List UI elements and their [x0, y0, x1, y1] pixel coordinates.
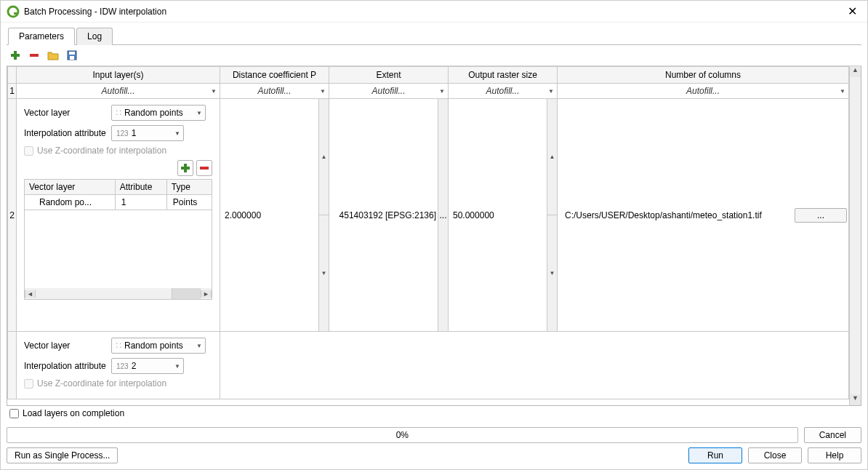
add-row-button[interactable] — [8, 48, 23, 63]
inner-col-attr[interactable]: Attribute — [115, 180, 166, 195]
vector-layer-combo-2[interactable]: ⸬ Random points ▼ — [111, 338, 206, 354]
run-button[interactable]: Run — [688, 447, 742, 463]
cancel-button[interactable]: Cancel — [804, 427, 861, 443]
autofill-input-layer[interactable]: Autofill...▼ — [17, 84, 220, 98]
inner-col-type[interactable]: Type — [166, 180, 212, 195]
input-layer-cell-1: Vector layer ⸬ Random points ▼ Interpola… — [17, 99, 220, 332]
chevron-down-icon: ▼ — [211, 88, 217, 95]
numeric-icon: 123 — [116, 362, 129, 370]
vector-layer-label: Vector layer — [24, 340, 111, 351]
layers-table: Vector layer Attribute Type Random po...… — [24, 179, 212, 288]
svg-rect-4 — [30, 54, 39, 57]
distance-cell[interactable]: 2.000000 ▲▼ — [220, 99, 329, 332]
extent-cell[interactable]: 451403192 [EPSG:2136] — [329, 99, 438, 332]
spin-down-icon[interactable]: ▼ — [319, 215, 329, 331]
svg-rect-7 — [70, 56, 74, 60]
remove-row-button[interactable] — [27, 48, 41, 63]
interp-attr-label: Interpolation attribute — [24, 361, 111, 371]
scroll-right-icon[interactable]: ► — [201, 290, 212, 298]
autofill-extent[interactable]: Autofill...▼ — [329, 84, 448, 98]
help-button[interactable]: Help — [808, 447, 861, 463]
distance-spinner[interactable]: ▲▼ — [318, 99, 329, 331]
chevron-down-icon: ▼ — [320, 88, 326, 95]
col-header-num-columns[interactable]: Number of columns — [558, 67, 849, 84]
col-header-input-layer[interactable]: Input layer(s) — [17, 67, 220, 84]
autofill-distance[interactable]: Autofill...▼ — [220, 84, 329, 98]
vector-layer-combo[interactable]: ⸬ Random points ▼ — [111, 105, 206, 121]
open-button[interactable] — [46, 48, 60, 63]
svg-rect-3 — [11, 54, 20, 57]
save-button[interactable] — [65, 48, 79, 63]
autofill-raster-size[interactable]: Autofill...▼ — [449, 84, 557, 98]
inner-hscrollbar[interactable]: ◄ ► — [24, 288, 212, 300]
tab-log[interactable]: Log — [76, 28, 113, 45]
svg-rect-9 — [181, 167, 190, 170]
scroll-up-icon[interactable]: ▲ — [850, 66, 861, 77]
chevron-down-icon: ▼ — [174, 363, 180, 370]
use-z-checkbox — [24, 146, 33, 156]
chevron-down-icon: ▼ — [196, 110, 202, 116]
vector-layer-label: Vector layer — [24, 108, 111, 118]
output-browse-button[interactable]: ... — [795, 208, 847, 223]
tab-parameters[interactable]: Parameters — [8, 28, 75, 45]
use-z-label: Use Z-coordinate for interpolation — [37, 378, 166, 389]
svg-rect-6 — [69, 52, 75, 55]
spin-up-icon[interactable]: ▲ — [319, 99, 329, 215]
load-layers-label: Load layers on completion — [23, 408, 124, 418]
row-num-1[interactable]: 1 — [8, 84, 17, 99]
grid-vscrollbar[interactable]: ▲ ▼ — [849, 66, 861, 405]
svg-point-0 — [8, 7, 18, 17]
chevron-down-icon: ▼ — [840, 88, 845, 95]
raster-size-cell[interactable]: 50.000000 ▲▼ — [449, 99, 558, 332]
points-icon: ⸬ — [116, 341, 121, 350]
svg-rect-1 — [14, 12, 18, 15]
run-single-button[interactable]: Run as Single Process... — [7, 447, 118, 463]
load-layers-checkbox[interactable] — [9, 409, 19, 418]
corner-cell — [8, 67, 17, 84]
parameters-grid: Input layer(s) Distance coefficient P Ex… — [7, 66, 861, 406]
row-num-3[interactable] — [8, 332, 17, 399]
autofill-num-cols[interactable]: Autofill...▼ — [558, 84, 848, 98]
col-header-extent[interactable]: Extent — [329, 67, 449, 84]
chevron-down-icon: ▼ — [196, 343, 202, 349]
points-icon: ⸬ — [116, 108, 121, 117]
numeric-icon: 123 — [116, 130, 129, 138]
input-layer-cell-2: Vector layer ⸬ Random points ▼ Interpola… — [17, 332, 220, 399]
col-header-raster-size[interactable]: Output raster size — [449, 67, 558, 84]
batch-processing-window: Batch Processing - IDW interpolation ✕ P… — [0, 0, 868, 470]
titlebar: Batch Processing - IDW interpolation ✕ — [1, 1, 867, 23]
table-row[interactable]: Random po... 1 Points — [25, 195, 212, 210]
spin-up-icon[interactable]: ▲ — [547, 99, 557, 215]
extent-browse-button[interactable]: ... — [438, 99, 449, 332]
remove-layer-button[interactable] — [196, 160, 212, 176]
window-title: Batch Processing - IDW interpolation — [24, 7, 843, 17]
close-icon[interactable]: ✕ — [843, 4, 861, 18]
scroll-thumb[interactable] — [172, 288, 201, 299]
toolbar — [7, 45, 861, 66]
interp-attr-combo-2[interactable]: 123 2 ▼ — [111, 358, 184, 374]
interp-attr-label: Interpolation attribute — [24, 128, 111, 138]
chevron-down-icon: ▼ — [174, 130, 180, 137]
use-z-label: Use Z-coordinate for interpolation — [37, 146, 166, 156]
col-header-distance[interactable]: Distance coefficient P — [220, 67, 329, 84]
chevron-down-icon: ▼ — [439, 88, 445, 95]
row-num-2[interactable]: 2 — [8, 99, 17, 332]
chevron-down-icon: ▼ — [548, 88, 554, 95]
scroll-down-icon[interactable]: ▼ — [850, 394, 861, 405]
spin-down-icon[interactable]: ▼ — [547, 215, 557, 331]
close-button[interactable]: Close — [748, 447, 802, 463]
qgis-icon — [7, 5, 20, 18]
inner-col-layer[interactable]: Vector layer — [25, 180, 116, 195]
interp-attr-combo[interactable]: 123 1 ▼ — [111, 125, 184, 141]
use-z-checkbox-2 — [24, 379, 33, 389]
tabbar: Parameters Log — [7, 27, 861, 45]
raster-size-spinner[interactable]: ▲▼ — [547, 99, 557, 331]
add-layer-button[interactable] — [177, 160, 193, 176]
scroll-left-icon[interactable]: ◄ — [25, 290, 36, 298]
progress-bar: 0% — [7, 427, 798, 443]
output-path-cell[interactable]: C:/Users/USER/Desktop/ashanti/meteo_stat… — [558, 99, 849, 332]
svg-rect-10 — [200, 167, 209, 170]
empty-cells — [220, 332, 849, 399]
